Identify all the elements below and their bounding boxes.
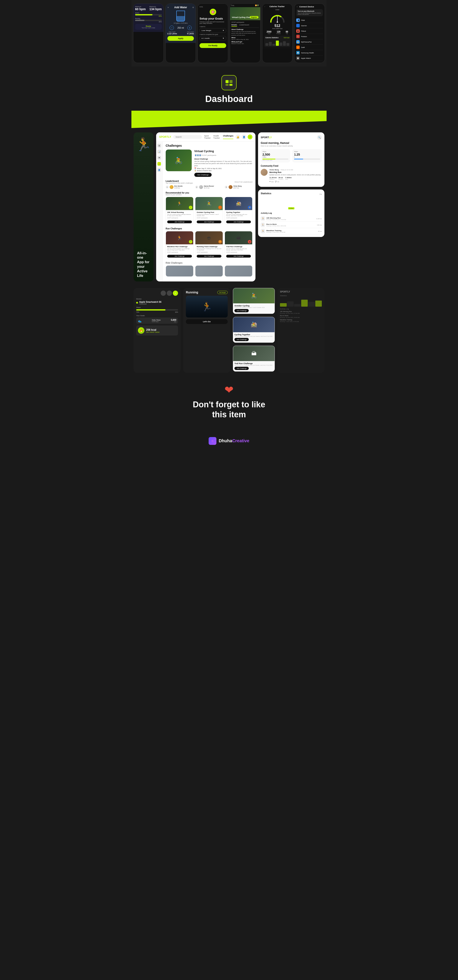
- device-zwift[interactable]: ⚡ Zwift: [296, 45, 323, 50]
- nav-sport-tracker[interactable]: Sport Tracker: [204, 135, 211, 139]
- device-name-row: Apple Smartwatch S6 Connected: [136, 301, 178, 305]
- sidebar-person-icon[interactable]: 👤: [157, 168, 161, 172]
- notification-icon[interactable]: 🔔: [236, 135, 240, 139]
- device-peloton[interactable]: 🚴 Peloton: [296, 34, 323, 39]
- featured-title: Virtual Cycling: [194, 150, 253, 153]
- right-search-icon[interactable]: 🔍: [317, 135, 322, 140]
- sidebar-home-icon[interactable]: ⊞: [157, 144, 161, 147]
- featured-challenge-image: 🚴: [166, 150, 192, 171]
- calorie-box: 🔥 256 kcal See Calorie Tracker: [136, 326, 178, 336]
- bottom-dashboard-section: + Device Apple Smartwatch S6 Connected S…: [132, 286, 326, 375]
- cycling-together-join-btn[interactable]: Join Challenge: [235, 338, 249, 341]
- recommended-card-3: 🚵 🚵 Cycling Together Join the cycling ch…: [225, 197, 252, 225]
- device-panel: + Device Apple Smartwatch S6 Connected S…: [133, 288, 181, 373]
- dashboard-nav: Sport Tracker Health Tracker Challenges: [204, 135, 233, 139]
- right-stats-faded: SPORTLY Statistics Activity Log 10K Morn…: [277, 288, 325, 373]
- steps-section: Steps 70% 30%: [136, 306, 178, 313]
- feed-like-action[interactable]: ❤ 422: [269, 181, 274, 183]
- ready-button[interactable]: I'm Ready: [200, 43, 226, 48]
- cycling-together-card: 🚵 Cycling Together Join the cycling chal…: [233, 317, 275, 343]
- svg-rect-5: [230, 84, 233, 86]
- device-samsung[interactable]: ⌚ Samsung Health: [296, 50, 323, 56]
- featured-reward: 🏅 Medal & Finisher item: [194, 170, 253, 172]
- sidebar-chart-icon[interactable]: 📊: [157, 150, 161, 153]
- recommended-card-2: 🚴 🚴 October Cycling Fest Cycling Fest be…: [195, 197, 223, 225]
- show-leaderboard-link[interactable]: Show Full Leaderboard: [235, 181, 253, 183]
- device-user-avatar[interactable]: [161, 291, 166, 296]
- device-garmin[interactable]: 🔵 Garmin: [296, 23, 323, 29]
- nav-health-tracker[interactable]: Health Tracker: [213, 135, 220, 139]
- device-add-btn[interactable]: +: [173, 291, 178, 296]
- goal-option[interactable]: Lose Weight ▼: [200, 28, 226, 33]
- add-icon[interactable]: +: [248, 135, 252, 139]
- phone-challenge: 9:41 📶🔋 Virtual Cycling Challenges Regis…: [230, 3, 260, 63]
- device-fitbit[interactable]: 📲 Fitbit: [296, 18, 323, 23]
- feed-stats: 11.35 km Distance 30:12 Duration 7:30/km…: [269, 177, 321, 180]
- phone-heartrate: Minimum 60 bpm Maximum 134 bpm Active 65…: [133, 3, 164, 63]
- run-join-btn-1[interactable]: Join Challenge: [167, 255, 192, 258]
- device-user-avatar-2[interactable]: [167, 291, 172, 296]
- dashboard-topbar-icons: 🔔 👤 +: [236, 135, 252, 139]
- activity-overview-panel: SPORTLY 🔍 Good morning, Hamza! Here is a…: [258, 132, 325, 187]
- device-fitbod[interactable]: 📱 Fitbod: [296, 29, 323, 34]
- phone-goals: 9:41 🎯 Setup your Goals Choose a goal an…: [198, 3, 228, 63]
- run-challenge-cards-grid: 🏃 🏅 Marathon Run Challenge Join the virt…: [166, 231, 253, 259]
- featured-challenge-info: Virtual Cycling 👤 👤 👤 23,547 participant…: [194, 150, 253, 177]
- phone-calories: ← Calories Tracker Under 512 from 2000 k…: [262, 3, 293, 63]
- run-join-btn-2[interactable]: Join Challenge: [197, 255, 222, 258]
- lets-go-button[interactable]: Let's Go: [186, 319, 228, 324]
- join-btn-1[interactable]: Join Challenge: [167, 221, 192, 223]
- join-btn-2[interactable]: Join Challenge: [197, 221, 222, 223]
- leaderboard-item-3: 3 Victor Borg 29.37 km: [225, 185, 252, 189]
- phone-water: ✕ Add Water ⚙ 1/2 glass • 0.25 liters − …: [165, 3, 196, 63]
- feed-actions: ❤ 422 💬 10: [269, 181, 321, 183]
- green-diagonal: [132, 111, 326, 128]
- recommended-section: Recommended for you Based on your activi…: [166, 192, 253, 225]
- steps-stat-box: Steps 2,500 Steps 50% of your goal: [261, 149, 290, 162]
- register-btn[interactable]: Register: [250, 16, 258, 18]
- leaderboard-list: 1 Eric Herzitz 31.56 km 2 Hanna Rosse: [166, 185, 253, 189]
- feed-item: Victor Borg Today at 10:10 AM Morning Ru…: [261, 169, 322, 183]
- running-panel: Running Set target 🏃 Let's Go: [183, 288, 230, 373]
- run-challenges-section: Run Challenges 🏃 🏅 Marathon Run Challeng…: [166, 228, 253, 259]
- device-apple-watch[interactable]: ⌚ Apple Watch: [296, 56, 323, 61]
- goal-timeframe[interactable]: in 1 month ▼: [200, 36, 226, 41]
- user-avatar[interactable]: 👤: [242, 135, 246, 139]
- dashboard-search[interactable]: [173, 135, 202, 139]
- like-title: Don't forget to likethis item: [136, 400, 322, 420]
- october-cycling-card: 🚴 October Cycling Cycling Fest between O…: [233, 288, 275, 314]
- nav-challenges[interactable]: Challenges: [223, 135, 233, 139]
- dashboard-main-panel: SPORTLY Sport Tracker Health Tracker Cha…: [156, 132, 256, 282]
- heart-icon: ❤: [136, 383, 322, 396]
- recommended-cards-grid: 🏃 🏃 10K Virtual Running Join the virtual…: [166, 197, 253, 225]
- brand-name: DhuhaCreative: [219, 438, 249, 443]
- apply-button[interactable]: Apply: [167, 36, 194, 41]
- recommended-card-1: 🏃 🏃 10K Virtual Running Join the virtual…: [166, 197, 193, 225]
- trail-run-card: 🏔 Trail Run Challenge Join the trail run…: [233, 346, 275, 372]
- activity-log-item-1: 🏃 10K Morning Run Running • 26 Nov 2021,…: [261, 215, 322, 222]
- leaderboard-section: Leaderboard Top 3 positions of this week…: [166, 180, 253, 189]
- top-screenshots-row: Minimum 60 bpm Maximum 134 bpm Active 65…: [132, 0, 326, 67]
- hero-icon: [222, 75, 236, 90]
- featured-challenge: 🚴 Virtual Cycling 👤 👤 👤 23,547 participa…: [166, 150, 253, 177]
- trail-run-join-btn[interactable]: Join Challenge: [235, 367, 249, 370]
- svg-point-1: [277, 21, 278, 22]
- water-decrease-btn[interactable]: −: [170, 25, 174, 30]
- calorie-tracker-link[interactable]: See Calorie Tracker: [146, 331, 160, 333]
- sidebar-heart-icon[interactable]: ❤: [157, 156, 161, 159]
- october-cycling-join-btn[interactable]: Join Challenge: [235, 309, 249, 312]
- join-btn-3[interactable]: Join Challenge: [226, 221, 251, 223]
- activity-stats: Steps 2,500 Steps 50% of your goal Water…: [261, 149, 322, 162]
- goal-item-steps: 👟 Daily Steps 8,000 steps 5,600 70%: [136, 318, 178, 324]
- device-myfitnesspal[interactable]: 💪 MyFitnessPal: [296, 39, 323, 45]
- sidebar-trophy-icon[interactable]: 🏆: [157, 162, 161, 165]
- run-join-btn-3[interactable]: Join Challenge: [226, 255, 251, 258]
- svg-rect-3: [230, 80, 233, 83]
- like-section: ❤ Don't forget to likethis item: [132, 375, 326, 433]
- see-challenge-button[interactable]: See Challenge: [194, 173, 212, 177]
- svg-rect-2: [225, 80, 228, 83]
- leaderboard-item-2: 2 Hanna Rosser 30.73 km: [195, 185, 223, 189]
- feed-comment-action[interactable]: 💬 10: [275, 181, 279, 183]
- water-increase-btn[interactable]: +: [187, 25, 192, 30]
- set-target-button[interactable]: Set target: [217, 291, 228, 294]
